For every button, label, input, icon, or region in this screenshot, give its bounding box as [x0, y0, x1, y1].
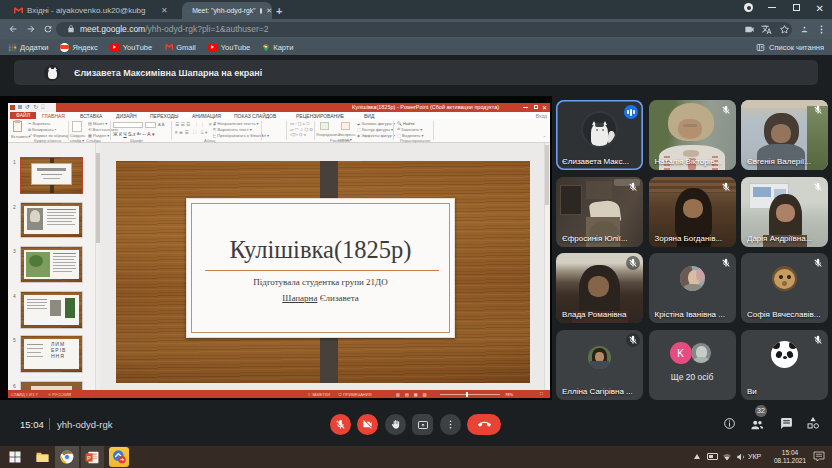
svg-text:P: P — [87, 454, 91, 460]
